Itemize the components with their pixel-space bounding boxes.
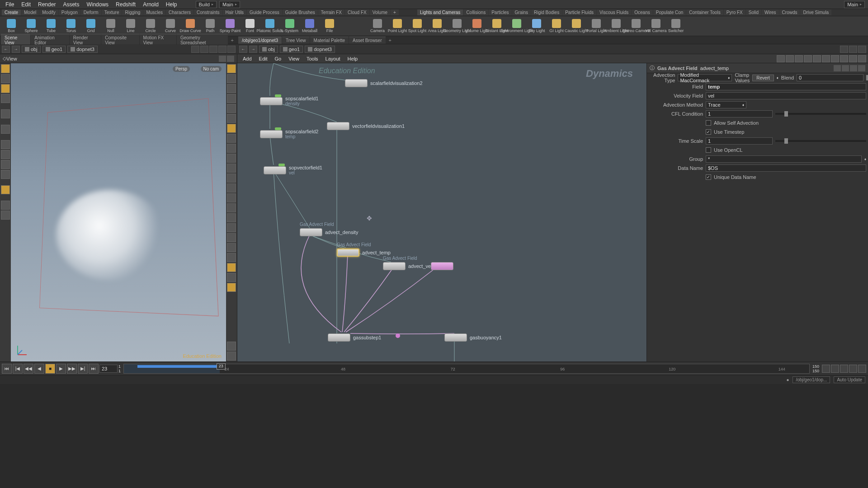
- status-path[interactable]: /obj/geo1/dop...: [793, 376, 830, 383]
- shelf-tab[interactable]: Create: [2, 9, 21, 15]
- translate-tool-icon[interactable]: [1, 74, 10, 83]
- pane-tab-plus[interactable]: +: [228, 37, 236, 44]
- shelf-tab[interactable]: Deform: [81, 9, 101, 15]
- shelf-tool-vr-camera[interactable]: VR Camera: [646, 17, 665, 35]
- display-opt-icon[interactable]: [227, 223, 236, 232]
- camera-menu-badge[interactable]: No cam: [201, 66, 222, 72]
- shelf-tool-sky-light[interactable]: Sky Light: [527, 17, 546, 35]
- shelf-tab[interactable]: Grains: [512, 9, 531, 15]
- pane-tab-plus[interactable]: +: [386, 37, 394, 44]
- group-input[interactable]: [706, 155, 862, 163]
- shelf-tab[interactable]: Cloud FX: [345, 9, 369, 15]
- shelf-tab[interactable]: Pyro FX: [724, 9, 745, 15]
- display-opt-icon[interactable]: [227, 114, 236, 123]
- stop-button[interactable]: ■: [45, 364, 55, 374]
- shelf-tool-circle[interactable]: Circle: [141, 17, 160, 35]
- shelf-tool-file[interactable]: File: [320, 17, 339, 35]
- menu-arnold[interactable]: Arnold: [139, 0, 162, 9]
- display-opt-icon[interactable]: [227, 263, 236, 272]
- shelf-tab[interactable]: Model: [21, 9, 39, 15]
- node-scalarfieldvisualization2[interactable]: scalarfieldvisualization2: [345, 79, 423, 87]
- snap-tool-icon[interactable]: [1, 140, 10, 149]
- display-opt-icon[interactable]: [227, 74, 236, 83]
- param-node-name[interactable]: advect_temp: [700, 66, 729, 71]
- self-advection-checkbox[interactable]: [706, 120, 711, 126]
- cfl-input[interactable]: [706, 110, 773, 117]
- node-sopscalarfield1[interactable]: sopscalarfield1density: [260, 96, 318, 106]
- display-opt-icon[interactable]: [227, 64, 236, 73]
- velocity-field-input[interactable]: [706, 92, 866, 99]
- timescale-slider[interactable]: [775, 140, 866, 142]
- shelf-tool-metaball[interactable]: Metaball: [300, 17, 319, 35]
- shelf-tab[interactable]: Oceans: [632, 9, 652, 15]
- shelf-tool-gi-light[interactable]: GI Light: [547, 17, 566, 35]
- pane-tab[interactable]: Material Palette: [310, 37, 349, 44]
- shelf-tab[interactable]: Particle Fluids: [562, 9, 596, 15]
- last-frame-button[interactable]: ⏭: [89, 364, 99, 374]
- scale-tool-icon[interactable]: [1, 94, 10, 103]
- display-opt-icon[interactable]: [227, 144, 236, 153]
- shelf-tool-stereo-camera[interactable]: Stereo Camera: [627, 17, 646, 35]
- display-opt-icon[interactable]: [227, 273, 236, 282]
- pin-icon[interactable]: [840, 46, 848, 53]
- shelf-tool-caustic-light[interactable]: Caustic Light: [567, 17, 586, 35]
- shelf-tool-geometry-light[interactable]: Geometry Light: [448, 17, 467, 35]
- options-icon[interactable]: [227, 352, 236, 361]
- shelf-tab[interactable]: Guide Process: [247, 9, 282, 15]
- shelf-tool-tube[interactable]: Tube: [42, 17, 61, 35]
- nav-back-icon[interactable]: ←: [2, 46, 10, 53]
- display-opt-icon[interactable]: [227, 174, 236, 183]
- play-button[interactable]: ▶: [56, 364, 66, 374]
- prev-key-button[interactable]: |◀: [13, 364, 23, 374]
- shelf-tool-grid[interactable]: Grid: [81, 17, 100, 35]
- mode-tool-icon[interactable]: [1, 125, 10, 134]
- shelf-tab[interactable]: Volume: [370, 9, 390, 15]
- pane-tab[interactable]: Tree View: [282, 37, 309, 44]
- expand-icon[interactable]: [227, 46, 236, 53]
- display-opt-icon[interactable]: [227, 124, 236, 133]
- select-tool-icon[interactable]: [1, 64, 10, 73]
- step-back-button[interactable]: ◀: [34, 364, 44, 374]
- link-icon[interactable]: [849, 46, 857, 53]
- net-menu-help[interactable]: Help: [344, 55, 362, 62]
- display-opt-icon[interactable]: [227, 183, 236, 192]
- shelf-tool-torus[interactable]: Torus: [61, 17, 80, 35]
- highlight-tool-icon[interactable]: [1, 185, 10, 194]
- display-opt-icon[interactable]: [227, 104, 236, 113]
- net-view-icon[interactable]: [822, 55, 830, 62]
- shelf-tool-sphere[interactable]: Sphere: [22, 17, 41, 35]
- camera-persp-badge[interactable]: Persp: [173, 66, 190, 72]
- shelf-tab[interactable]: Lights and Cameras: [417, 9, 463, 15]
- net-view-icon[interactable]: [858, 55, 866, 62]
- shelf-tool-platonic-solids[interactable]: Platonic Solids: [260, 17, 279, 35]
- shelf-tab[interactable]: Wires: [762, 9, 779, 15]
- display-opt-icon[interactable]: [227, 243, 236, 252]
- shelf-tool-point-light[interactable]: Point Light: [388, 17, 407, 35]
- shelf-tool-curve[interactable]: Curve: [161, 17, 180, 35]
- shelf-tab-plus[interactable]: +: [391, 9, 399, 15]
- gear-icon[interactable]: [834, 65, 841, 71]
- menu-render[interactable]: Render: [34, 0, 59, 9]
- menu-edit[interactable]: Edit: [18, 0, 34, 9]
- opencl-checkbox[interactable]: [706, 147, 711, 153]
- shelf-tool-path[interactable]: Path: [201, 17, 220, 35]
- net-view-icon[interactable]: [840, 55, 848, 62]
- auto-update-dropdown[interactable]: Auto Update: [834, 376, 865, 383]
- net-view-icon[interactable]: [813, 55, 821, 62]
- desktop-dropdown[interactable]: Build▸: [196, 1, 217, 8]
- field-input[interactable]: [706, 83, 866, 90]
- handle-tool-icon[interactable]: [1, 109, 10, 118]
- display-icon[interactable]: [209, 46, 217, 53]
- shelf-tab[interactable]: Constraints: [194, 9, 222, 15]
- shelf-tool-volume-light[interactable]: Volume Light: [467, 17, 486, 35]
- loop-icon[interactable]: [822, 365, 830, 373]
- breadcrumb-geo1[interactable]: geo1: [42, 46, 66, 53]
- viewport-canvas[interactable]: Persp No cam Education Edition: [11, 63, 226, 361]
- shelf-tool-portal-light[interactable]: Portal Light: [587, 17, 606, 35]
- pin-icon[interactable]: [850, 65, 857, 71]
- rotate-tool-icon[interactable]: [1, 84, 10, 93]
- net-view-icon[interactable]: [831, 55, 839, 62]
- next-key-button[interactable]: ▶|: [78, 364, 88, 374]
- node-extra[interactable]: [431, 262, 453, 270]
- dataname-input[interactable]: [706, 164, 866, 172]
